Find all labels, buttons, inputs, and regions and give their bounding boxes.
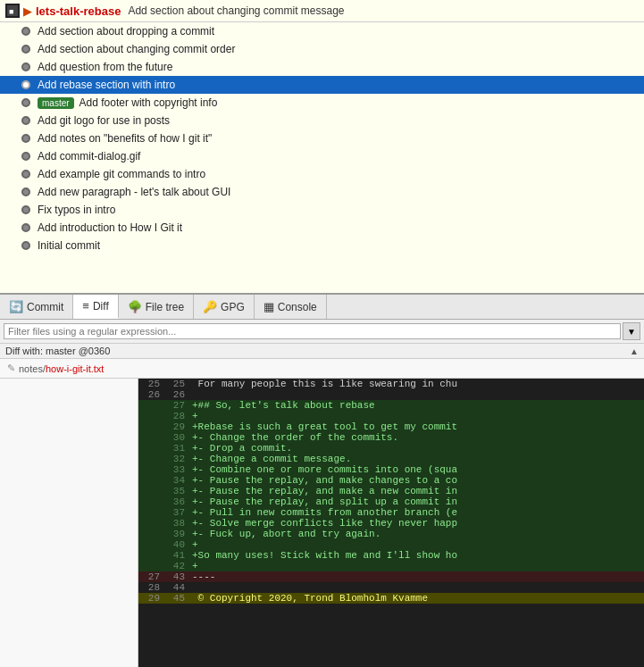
commit-label: Initial commit — [38, 239, 100, 252]
line-num-new: 25 — [163, 379, 188, 389]
file-path: notes/how-i-git-it.txt — [19, 363, 104, 374]
main-content: 2525 For many people this is like sweari… — [0, 379, 644, 667]
commit-label: Add section about changing commit order — [38, 43, 235, 55]
commit-item[interactable]: Add section about changing commit order — [0, 40, 644, 58]
commit-item[interactable]: Fix typos in intro — [0, 201, 644, 219]
line-num-new: 44 — [163, 582, 188, 593]
file-list-item[interactable]: ✎ notes/how-i-git-it.txt — [0, 361, 644, 376]
diff-line: 33+- Combine one or more commits into on… — [138, 464, 644, 475]
line-num-old: 25 — [138, 379, 163, 389]
line-content: +- Change a commit message. — [188, 454, 644, 464]
line-num-old — [138, 550, 163, 561]
line-num-old — [138, 529, 163, 539]
diff-line: 40+ — [138, 539, 644, 550]
commit-label: Add example git commands to intro — [38, 168, 205, 180]
line-num-new: 39 — [163, 529, 188, 539]
line-num-old — [138, 421, 163, 432]
repo-commit-msg: Add section about changing commit messag… — [128, 4, 344, 17]
line-content: + — [188, 411, 644, 421]
line-num-new: 26 — [163, 389, 188, 400]
commit-label: Add footer with copyright info — [79, 96, 218, 109]
line-content: +- Fuck up, abort and try again. — [188, 529, 644, 539]
commit-dot — [21, 152, 30, 161]
line-num-new: 38 — [163, 518, 188, 529]
tab-diff[interactable]: ≡ Diff — [73, 295, 118, 319]
line-num-old: 29 — [138, 593, 163, 604]
commit-dot — [21, 45, 30, 54]
line-num-new: 40 — [163, 539, 188, 550]
tab-bar: 🔄 Commit ≡ Diff 🌳 File tree 🔑 GPG ▦ Cons… — [0, 295, 644, 320]
line-content: © Copyright 2020, Trond Blomholm Kvamme — [188, 593, 644, 604]
diff-line: 2945 © Copyright 2020, Trond Blomholm Kv… — [138, 593, 644, 604]
commit-dot — [21, 116, 30, 125]
diff-line: 42+ — [138, 561, 644, 571]
line-num-new: 43 — [163, 571, 188, 582]
filter-dropdown-btn[interactable]: ▼ — [623, 322, 640, 340]
commit-item[interactable]: Add git logo for use in posts — [0, 112, 644, 129]
commit-item[interactable]: Add section about dropping a commit — [0, 22, 644, 40]
line-num-old — [138, 507, 163, 518]
diff-line: 28+ — [138, 411, 644, 421]
commit-dot — [21, 98, 30, 107]
diff-line: 37+- Pull in new commits from another br… — [138, 507, 644, 518]
svg-text:■: ■ — [9, 7, 13, 16]
line-num-old — [138, 400, 163, 411]
tab-gpg[interactable]: 🔑 GPG — [194, 295, 255, 319]
line-num-new: 36 — [163, 496, 188, 507]
commit-dot — [21, 188, 30, 196]
tab-console[interactable]: ▦ Console — [255, 295, 327, 319]
commit-item[interactable]: Add introduction to How I Git it — [0, 219, 644, 237]
line-num-old — [138, 464, 163, 475]
line-content: +- Drop a commit. — [188, 443, 644, 454]
line-num-old — [138, 475, 163, 486]
repo-name[interactable]: lets-talk-rebase — [36, 4, 121, 18]
line-content: For many people this is like swearing in… — [188, 379, 644, 389]
bottom-panel: 🔄 Commit ≡ Diff 🌳 File tree 🔑 GPG ▦ Cons… — [0, 295, 644, 667]
filter-input[interactable] — [4, 323, 621, 339]
tab-file-tree[interactable]: 🌳 File tree — [119, 295, 194, 319]
line-content: +- Pause the replay, and split up a comm… — [188, 496, 644, 507]
commit-item[interactable]: Add question from the future — [0, 58, 644, 76]
line-num-new: 34 — [163, 475, 188, 486]
line-num-new: 37 — [163, 507, 188, 518]
commit-item[interactable]: Add notes on "benefits of how I git it" — [0, 129, 644, 147]
commit-dot — [21, 80, 30, 89]
diff-line: 2525 For many people this is like sweari… — [138, 379, 644, 389]
diff-line: 32+- Change a commit message. — [138, 454, 644, 464]
commit-item[interactable]: masterAdd footer with copyright info — [0, 94, 644, 112]
commit-item[interactable]: Add rebase section with intro — [0, 76, 644, 94]
line-num-old — [138, 454, 163, 464]
commit-item[interactable]: Add new paragraph - let's talk about GUI — [0, 183, 644, 201]
commit-dot — [21, 27, 30, 36]
diff-line: 2743---- — [138, 571, 644, 582]
line-content: + — [188, 561, 644, 571]
line-num-new: 28 — [163, 411, 188, 421]
commit-label: Add new paragraph - let's talk about GUI — [38, 186, 230, 198]
diff-line: 29+Rebase is such a great tool to get my… — [138, 421, 644, 432]
line-num-old — [138, 411, 163, 421]
line-num-old: 27 — [138, 571, 163, 582]
line-num-new: 32 — [163, 454, 188, 464]
commit-list-area: ■ ▶ lets-talk-rebase Add section about c… — [0, 0, 644, 295]
file-tree-tab-icon: 🌳 — [128, 300, 142, 313]
line-num-new: 31 — [163, 443, 188, 454]
line-num-old — [138, 561, 163, 571]
line-num-old — [138, 496, 163, 507]
commit-item[interactable]: Add example git commands to intro — [0, 165, 644, 183]
diff-collapse-btn[interactable]: ▲ — [630, 346, 639, 356]
console-tab-icon: ▦ — [263, 300, 274, 313]
diff-line: 36+- Pause the replay, and split up a co… — [138, 496, 644, 507]
commit-dot — [21, 205, 30, 214]
tab-commit[interactable]: 🔄 Commit — [0, 295, 73, 319]
line-num-new: 42 — [163, 561, 188, 571]
diff-with-row: Diff with: master @0360 ▲ — [0, 344, 644, 359]
diff-with-label: Diff with: master @0360 — [5, 346, 110, 356]
line-num-new: 29 — [163, 421, 188, 432]
diff-panel[interactable]: 2525 For many people this is like sweari… — [138, 379, 644, 667]
commit-list: Add section about dropping a commitAdd s… — [0, 22, 644, 254]
repo-expand-arrow[interactable]: ▶ — [23, 4, 32, 18]
commit-item[interactable]: Initial commit — [0, 237, 644, 254]
repo-icon: ■ — [5, 4, 20, 18]
file-icon: ✎ — [7, 363, 15, 374]
commit-item[interactable]: Add commit-dialog.gif — [0, 147, 644, 165]
